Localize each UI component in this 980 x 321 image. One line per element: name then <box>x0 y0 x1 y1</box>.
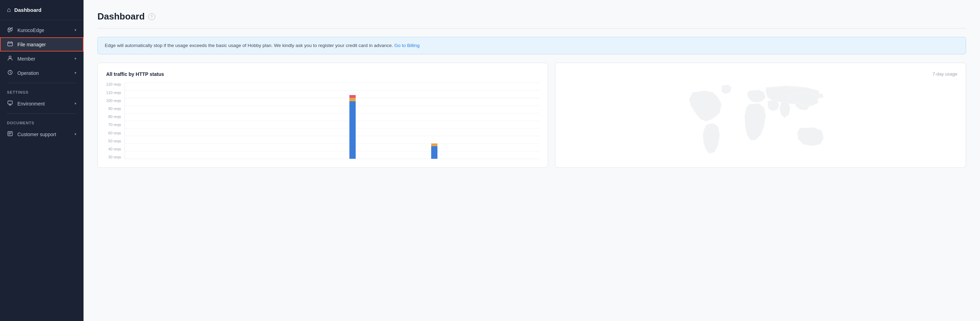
bar-blue-7 <box>431 146 438 159</box>
map-container <box>564 82 958 159</box>
customer-support-label: Customer support <box>18 132 56 137</box>
y-label-3: 60 reqs <box>106 131 121 135</box>
environment-chevron: ▾ <box>75 101 76 106</box>
traffic-chart-title: All traffic by HTTP status <box>106 71 539 77</box>
sidebar: ⌂ Dashboard KurocoEdge ▾ <box>0 0 84 321</box>
y-label-6: 90 reqs <box>106 107 121 111</box>
svg-rect-2 <box>8 101 13 104</box>
member-icon <box>7 55 13 62</box>
sidebar-item-member[interactable]: Member ▾ <box>0 51 84 66</box>
kurocoedge-label: KurocoEdge <box>18 27 44 33</box>
world-map-svg <box>564 82 958 159</box>
bar-stack-7 <box>431 144 438 159</box>
y-label-0: 30 reqs <box>106 155 121 159</box>
svg-rect-0 <box>8 42 13 46</box>
alert-banner: Edge will automatically stop if the usag… <box>97 37 966 54</box>
sidebar-item-file-manager[interactable]: File manager <box>0 37 84 51</box>
sidebar-item-customer-support[interactable]: Customer support ▾ <box>0 127 84 141</box>
y-axis: 30 reqs 40 reqs 50 reqs 60 reqs 70 reqs … <box>106 83 124 159</box>
bar-group-7 <box>415 144 454 159</box>
usage-chart-card: 7-day usage <box>555 63 966 168</box>
operation-label: Operation <box>18 70 39 76</box>
customer-support-chevron: ▾ <box>75 132 76 136</box>
title-divider <box>97 28 966 29</box>
bar-stack-5 <box>349 95 356 159</box>
page-title: Dashboard <box>97 11 145 22</box>
bar-blue-5 <box>349 101 356 159</box>
y-label-9: 120 reqs <box>106 83 121 86</box>
environment-icon <box>7 100 13 107</box>
member-chevron: ▾ <box>75 56 76 61</box>
alert-billing-link[interactable]: Go to Billing <box>394 43 420 48</box>
operation-chevron: ▾ <box>75 71 76 75</box>
settings-divider <box>7 83 76 83</box>
y-label-7: 100 reqs <box>106 99 121 103</box>
member-label: Member <box>18 56 35 62</box>
home-icon: ⌂ <box>7 6 11 14</box>
svg-point-1 <box>9 56 11 58</box>
usage-chart-subtitle: 7-day usage <box>564 71 958 77</box>
settings-section-label: SETTINGS <box>0 86 84 96</box>
documents-section-label: DOCUMENTS <box>0 117 84 127</box>
environment-label: Environment <box>18 101 45 107</box>
file-manager-label: File manager <box>18 42 46 47</box>
sidebar-header[interactable]: ⌂ Dashboard <box>0 0 84 20</box>
bar-orange-7 <box>431 144 438 146</box>
sidebar-nav: KurocoEdge ▾ File manager <box>0 20 84 321</box>
operation-icon <box>7 70 13 76</box>
bar-area <box>124 83 539 159</box>
y-label-2: 50 reqs <box>106 139 121 143</box>
y-label-5: 80 reqs <box>106 115 121 119</box>
sidebar-header-label: Dashboard <box>14 7 41 13</box>
help-icon[interactable]: ? <box>148 13 155 20</box>
sidebar-item-operation[interactable]: Operation ▾ <box>0 66 84 80</box>
charts-row: All traffic by HTTP status 30 reqs 40 re… <box>97 63 966 168</box>
customer-support-icon <box>7 131 13 137</box>
main-content: Dashboard ? Edge will automatically stop… <box>84 0 980 321</box>
kurocoedge-chevron: ▾ <box>75 28 76 32</box>
y-label-1: 40 reqs <box>106 147 121 151</box>
bar-orange-5 <box>349 98 356 101</box>
y-label-4: 70 reqs <box>106 123 121 127</box>
page-title-row: Dashboard ? <box>97 11 966 22</box>
bar-red-5 <box>349 95 356 98</box>
traffic-chart-card: All traffic by HTTP status 30 reqs 40 re… <box>97 63 548 168</box>
y-label-8: 110 reqs <box>106 91 121 95</box>
sidebar-item-environment[interactable]: Environment ▾ <box>0 96 84 111</box>
documents-divider <box>7 113 76 114</box>
sidebar-item-kurocoedge[interactable]: KurocoEdge ▾ <box>0 23 84 37</box>
alert-text: Edge will automatically stop if the usag… <box>105 43 393 48</box>
kurocoedge-icon <box>7 27 13 34</box>
bar-group-5 <box>333 95 372 159</box>
bar-chart-container: 30 reqs 40 reqs 50 reqs 60 reqs 70 reqs … <box>106 83 539 159</box>
svg-rect-3 <box>8 132 13 136</box>
file-manager-icon <box>7 41 13 48</box>
